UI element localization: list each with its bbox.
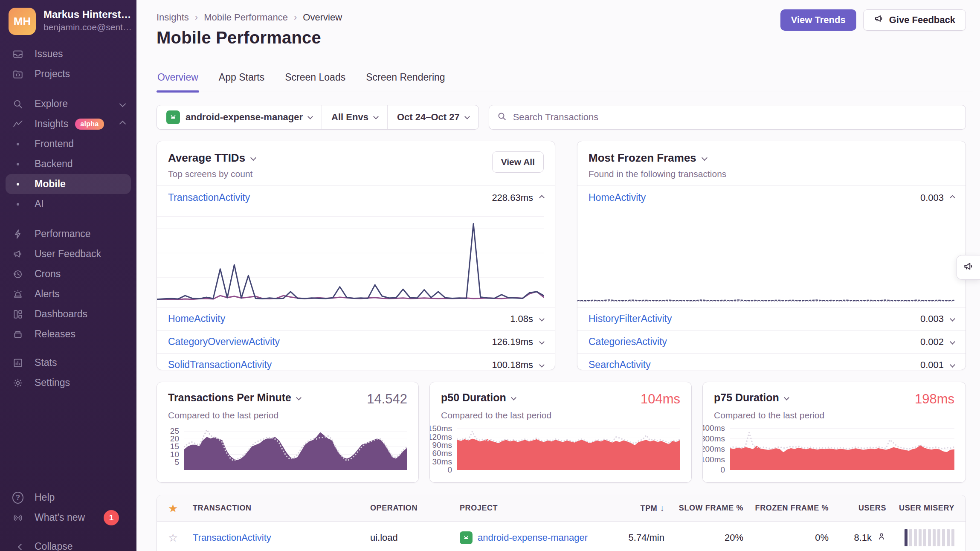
tab-app-starts[interactable]: App Starts [218, 72, 265, 92]
sidebar-nav: Issues Projects Explore Insights [6, 44, 131, 393]
project-link[interactable]: android-expense-manager [478, 532, 588, 543]
tab-overview[interactable]: Overview [157, 72, 199, 92]
column-header-tpm[interactable]: TPM↓ [600, 503, 664, 513]
sidebar-item-releases[interactable]: Releases [6, 324, 131, 344]
column-header-transaction[interactable]: TRANSACTION [193, 504, 370, 513]
star-toggle-icon[interactable]: ☆ [168, 532, 193, 543]
dashboards-icon [12, 309, 23, 320]
breadcrumb-insights[interactable]: Insights [157, 12, 189, 23]
p50-subtitle: Compared to the last period [430, 407, 691, 420]
sidebar-item-crons[interactable]: Crons [6, 264, 131, 284]
sidebar-item-projects[interactable]: Projects [6, 64, 131, 84]
transaction-link[interactable]: SolidTransactionActivity [168, 359, 272, 370]
collapse-row-icon[interactable] [950, 195, 955, 200]
ttid-primary-row: TransactionActivity 228.63ms [157, 186, 555, 210]
sidebar-item-dashboards[interactable]: Dashboards [6, 304, 131, 324]
tab-screen-rendering[interactable]: Screen Rendering [365, 72, 446, 92]
ttid-rows: HomeActivity 1.08s CategoryOverviewActiv… [157, 307, 555, 370]
average-ttids-card: Average TTIDs Top screens by count View … [157, 141, 555, 370]
tpm-subtitle: Compared to the last period [157, 407, 418, 420]
siren-icon [12, 289, 23, 300]
expand-row-icon[interactable] [539, 362, 545, 368]
main-content: Insights › Mobile Performance › Overview… [136, 0, 980, 551]
transaction-link[interactable]: CategoryOverviewActivity [168, 336, 280, 348]
bullet-icon [12, 183, 23, 186]
transaction-link[interactable]: CategoriesActivity [589, 336, 667, 348]
breadcrumb-mobile-performance[interactable]: Mobile Performance [204, 12, 288, 23]
project-filter[interactable]: android-expense-manager [157, 105, 322, 129]
table-row: SolidTransactionActivity 100.18ms [157, 353, 555, 370]
column-header-users[interactable]: USERS [829, 504, 886, 513]
breadcrumb-separator: › [195, 12, 198, 23]
transaction-link[interactable]: TransactionActivity [168, 192, 250, 203]
sidebar-item-label: Insights [35, 118, 68, 130]
column-header-project[interactable]: PROJECT [460, 504, 600, 513]
average-ttids-title[interactable]: Average TTIDs [168, 151, 255, 165]
chevron-up-icon [119, 121, 126, 128]
transaction-link[interactable]: HistoryFilterActivity [589, 313, 672, 325]
expand-row-icon[interactable] [539, 339, 545, 345]
sidebar-item-backend[interactable]: Backend [6, 154, 131, 174]
user-icon [877, 532, 886, 544]
star-icon[interactable]: ★ [168, 503, 193, 514]
expand-row-icon[interactable] [539, 316, 545, 322]
ttid-value: 228.63ms [492, 192, 533, 203]
megaphone-icon [963, 261, 974, 274]
expand-row-icon[interactable] [950, 362, 955, 368]
transaction-link[interactable]: HomeActivity [168, 313, 225, 325]
search-transactions-input[interactable] [513, 112, 958, 123]
p75-subtitle: Compared to the last period [703, 407, 966, 420]
column-header-user-misery[interactable]: USER MISERY [886, 504, 954, 513]
sidebar-item-alerts[interactable]: Alerts [6, 284, 131, 304]
table-row: CategoriesActivity 0.002 [577, 330, 966, 353]
expand-row-icon[interactable] [950, 339, 955, 345]
sidebar-item-user-feedback[interactable]: User Feedback [6, 244, 131, 264]
sidebar-item-label: Mobile [35, 178, 66, 190]
frozen-line-chart [577, 212, 954, 302]
sidebar-item-settings[interactable]: Settings [6, 373, 131, 393]
user-misery-bars [886, 529, 954, 546]
expand-row-icon[interactable] [950, 316, 955, 322]
tpm-title[interactable]: Transactions Per Minute [168, 392, 301, 404]
transaction-link[interactable]: SearchActivity [589, 359, 651, 370]
sidebar-item-stats[interactable]: Stats [6, 353, 131, 373]
give-feedback-button[interactable]: Give Feedback [863, 9, 966, 31]
search-transactions-box [489, 105, 966, 130]
sidebar-item-frontend[interactable]: Frontend [6, 134, 131, 154]
sidebar-item-whats-new[interactable]: What's new 1 [6, 508, 131, 528]
p75-title[interactable]: p75 Duration [714, 392, 789, 404]
view-all-button[interactable]: View All [492, 151, 544, 173]
column-header-slow-frame[interactable]: SLOW FRAME % [664, 504, 743, 513]
sort-desc-icon: ↓ [660, 503, 664, 513]
column-header-operation[interactable]: OPERATION [370, 504, 460, 513]
collapse-row-icon[interactable] [539, 195, 545, 200]
header-actions: View Trends Give Feedback [780, 9, 966, 31]
sidebar-item-explore[interactable]: Explore [6, 94, 131, 114]
sidebar-item-performance[interactable]: Performance [6, 224, 131, 244]
tab-screen-loads[interactable]: Screen Loads [284, 72, 346, 92]
p50-y-axis: 150ms120ms90ms60ms30ms0 [430, 427, 457, 470]
environment-filter[interactable]: All Envs [322, 105, 387, 129]
sidebar-item-mobile[interactable]: Mobile [6, 174, 131, 194]
sidebar-item-label: User Feedback [35, 248, 101, 260]
date-range-filter[interactable]: Oct 24–Oct 27 [387, 105, 478, 129]
sidebar-item-insights[interactable]: Insights alpha [6, 114, 131, 134]
transaction-link[interactable]: TransactionActivity [193, 532, 370, 543]
column-header-frozen-frame[interactable]: FROZEN FRAME % [743, 504, 829, 513]
p50-duration-card: p50 Duration 104ms Compared to the last … [429, 382, 692, 483]
sidebar: MH Markus Hinterst… benjamin.coe@sent… I… [0, 0, 136, 551]
sidebar-item-label: Settings [35, 377, 70, 389]
sidebar-item-label: Issues [35, 48, 63, 60]
sidebar-item-label: AI [35, 198, 44, 210]
floating-feedback-button[interactable] [956, 255, 980, 280]
sidebar-collapse-button[interactable]: Collapse [6, 536, 131, 551]
sidebar-item-ai[interactable]: AI [6, 194, 131, 214]
sidebar-item-issues[interactable]: Issues [6, 44, 131, 64]
sidebar-item-help[interactable]: ? Help [6, 487, 131, 508]
most-frozen-frames-title[interactable]: Most Frozen Frames [589, 151, 726, 165]
transaction-link[interactable]: HomeActivity [589, 192, 646, 203]
user-menu[interactable]: MH Markus Hinterst… benjamin.coe@sent… [9, 8, 131, 35]
view-trends-button[interactable]: View Trends [780, 9, 856, 31]
p50-title[interactable]: p50 Duration [441, 392, 516, 404]
p75-y-axis: 400ms300ms200ms100ms0 [703, 427, 730, 470]
